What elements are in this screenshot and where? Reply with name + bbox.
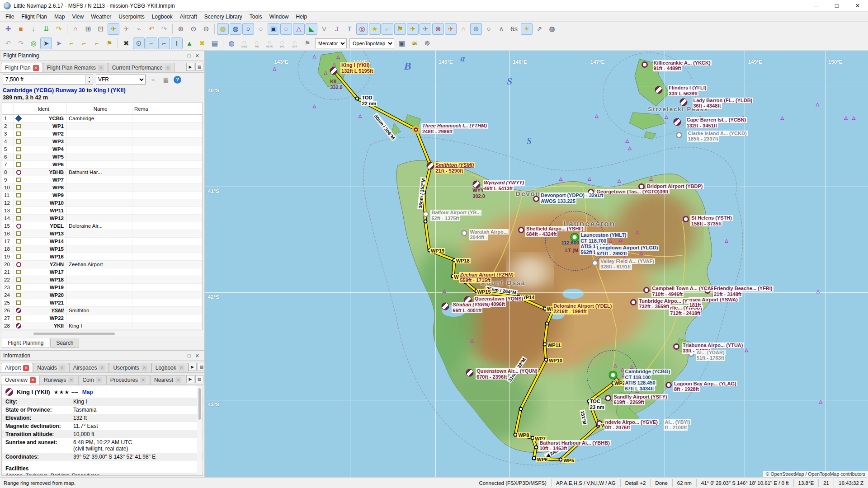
show-ai-ships-button[interactable]: ⌂ — [458, 23, 469, 35]
tab-current-performance[interactable]: Current Performance✕ — [108, 63, 175, 72]
bottom-tab-search[interactable]: Search — [50, 338, 79, 348]
airport-marker-icon[interactable] — [630, 299, 637, 305]
add-position-button[interactable]: ⚑ — [104, 38, 115, 49]
tab-flight-plan-remarks[interactable]: Flight Plan Remarks✕ — [43, 63, 108, 72]
bottom-tab-flight-planning[interactable]: Flight Planning — [2, 338, 49, 348]
table-row[interactable]: 19WP16 — [2, 253, 202, 261]
cruise-altitude-spinbox[interactable]: ▲▼ — [3, 75, 93, 84]
airport-label[interactable]: Georgetown (Tas... (YGTO)39ft — [595, 189, 669, 195]
table-row[interactable]: 14WP12 — [2, 215, 202, 222]
show-weather-button[interactable]: ☀ — [521, 23, 533, 35]
table-row[interactable]: 6WP5 — [2, 153, 202, 161]
show-ndb-boxed-button[interactable]: ▣ — [268, 23, 279, 35]
map-view[interactable]: 143°E144°E145°E146°E147°E149°E150°E40°S4… — [205, 51, 868, 477]
waypoint-label[interactable]: WP11 — [547, 343, 561, 348]
airport-label[interactable]: Zeehan Airport (YZHN)559ft - 1715ft — [459, 272, 514, 283]
airport-label[interactable]: Waratah Airpo...2044ft - — [469, 229, 509, 240]
undo-button[interactable]: ↶ — [2, 38, 14, 49]
waypoint-label[interactable]: WP19 — [430, 248, 445, 253]
edit-plan-cursor-button[interactable]: ➤ — [40, 38, 52, 49]
new-flight-plan-button[interactable]: ✚ — [2, 23, 14, 35]
show-tracks-button[interactable]: ◎ — [356, 23, 368, 35]
show-online-network-button[interactable]: ⊕ — [470, 23, 482, 35]
airport-marker-icon[interactable] — [609, 371, 617, 379]
redo-button[interactable]: ↷ — [15, 38, 27, 49]
airport-label[interactable]: Bathurst Harbour Ai... (YBHB)10ft - 1463… — [538, 440, 610, 451]
airport-label[interactable]: Sandfly Airport (YSFY)619ft - 2269ft — [613, 394, 668, 405]
measure-distance-button[interactable]: ✖ — [120, 38, 132, 49]
airport-marker-icon[interactable] — [642, 61, 648, 68]
table-row[interactable]: 8YBHBBathurst Har... — [2, 169, 202, 176]
airport-label[interactable]: Balfour Airport (YB...52ft - 1375ft — [430, 210, 481, 221]
zoom-out-line-button[interactable]: ⊖ — [200, 23, 212, 35]
show-text-labels-button[interactable]: I — [171, 38, 183, 49]
table-row[interactable]: 22WP18 — [2, 276, 202, 284]
airport-marker-icon[interactable] — [461, 230, 467, 236]
menu-tools[interactable]: Tools — [246, 13, 266, 21]
airport-marker-icon[interactable] — [423, 211, 429, 217]
tab-close-icon[interactable]: ✕ — [142, 365, 147, 371]
show-mora-button[interactable]: ∧ — [495, 23, 507, 35]
zoom-in-red-button[interactable]: ⊕ — [175, 23, 187, 35]
tab-close-icon[interactable]: ✕ — [98, 65, 104, 71]
delete-track-button[interactable]: ⌁ — [133, 23, 145, 35]
menu-window[interactable]: Window — [266, 13, 292, 21]
airport-label[interactable]: 112.600 — [561, 240, 580, 246]
route-waypoint-node[interactable] — [514, 432, 518, 436]
tab-logbook[interactable]: Logbook✕ — [151, 363, 189, 372]
airport-label[interactable]: Valley Field A... (YVAF)328ft - 6191ft — [599, 258, 655, 270]
route-waypoint-node[interactable] — [542, 343, 547, 347]
show-minimum-altitude-button[interactable]: ○ — [483, 23, 495, 35]
show-msfs-aircraft-button[interactable]: ✈ — [407, 23, 419, 35]
table-row[interactable]: 23WP19 — [2, 284, 202, 291]
tab-close-icon[interactable]: ✕ — [175, 377, 181, 383]
tab-scroll-right-icon[interactable]: ▶ — [186, 375, 194, 383]
show-aircraft-button[interactable]: ✈ — [108, 23, 119, 35]
airport-label[interactable]: Wynyard (YWYY)46ft L 5413ft — [483, 180, 525, 191]
show-procedure-points-button[interactable]: ⚑ — [394, 23, 406, 35]
table-row[interactable]: 25WP21 — [2, 299, 202, 307]
airspace-icao-button[interactable]: ◌ICAO — [238, 38, 250, 49]
show-airways-victor-button[interactable]: V — [318, 23, 330, 35]
tab-navaids[interactable]: Navaids✕ — [33, 363, 69, 372]
edit-route-button[interactable]: ⌐ — [158, 38, 170, 49]
table-row[interactable]: 20YZHNZeehan Airport — [2, 261, 202, 268]
airport-marker-icon[interactable] — [673, 343, 679, 350]
tab-airspaces[interactable]: Airspaces✕ — [69, 363, 109, 372]
tab-close-icon[interactable]: ✕ — [68, 377, 74, 383]
airport-label[interactable]: King I (YKII)132ft L 5195ft — [340, 62, 374, 74]
airport-label[interactable]: Strahan (YSRN)66ft L 4001ft — [452, 302, 491, 313]
show-airways-t-button[interactable]: T — [344, 23, 355, 35]
menu-view[interactable]: View — [68, 13, 87, 21]
airport-label[interactable]: KII332.0 — [329, 79, 344, 90]
tab-nearest[interactable]: Nearest✕ — [150, 375, 185, 385]
table-row[interactable]: 5WP4 — [2, 145, 202, 153]
projection-select[interactable]: Mercator — [315, 38, 347, 48]
airport-label[interactable]: Longdown Airport (YLGD)521ft - 2892ft — [595, 245, 659, 256]
table-row[interactable]: 12WP10 — [2, 199, 202, 207]
append-waypoint-button[interactable]: ⌐ — [78, 38, 90, 49]
airport-marker-icon[interactable] — [605, 395, 611, 401]
tab-runways[interactable]: Runways✕ — [40, 375, 78, 385]
airport-marker-icon[interactable] — [592, 260, 598, 266]
tab-close-icon[interactable]: ✕ — [23, 365, 29, 371]
zoom-world-button[interactable]: ◎ — [28, 38, 39, 49]
airport-label[interactable]: Deloraine Airport (YDEL)2216ft - 1994ft — [552, 303, 613, 314]
plan-table-settings-icon[interactable]: ▦ — [161, 75, 171, 84]
airport-label[interactable]: Clarke Island A... (YCKD)185ft - 2337ft — [687, 131, 748, 142]
airport-marker-icon[interactable] — [676, 132, 682, 138]
airport-marker-icon[interactable] — [330, 67, 338, 75]
flight-plan-hscrollbar[interactable] — [2, 331, 203, 337]
map-image-export-button[interactable]: ▣ — [396, 38, 408, 49]
airport-label[interactable]: ndevie Airpo... (YGVE)0ft - 2076ft — [604, 419, 659, 431]
airport-marker-icon[interactable] — [673, 118, 681, 126]
save-flight-plan-as-button[interactable]: ⇊ — [40, 23, 52, 35]
tab-flight-plan[interactable]: Flight Plan✕ — [1, 63, 43, 72]
tab-scroll-right-icon[interactable]: ▶ — [186, 63, 194, 71]
show-ndb-button[interactable]: ◌ — [280, 23, 292, 35]
airport-label[interactable]: WYY302.0 — [472, 188, 486, 199]
waypoint-label[interactable]: WP10 — [548, 358, 563, 363]
table-row[interactable]: 7WP6 — [2, 161, 202, 169]
show-dme-button[interactable]: ○ — [255, 23, 267, 35]
show-waypoints-button[interactable]: △ — [293, 23, 305, 35]
